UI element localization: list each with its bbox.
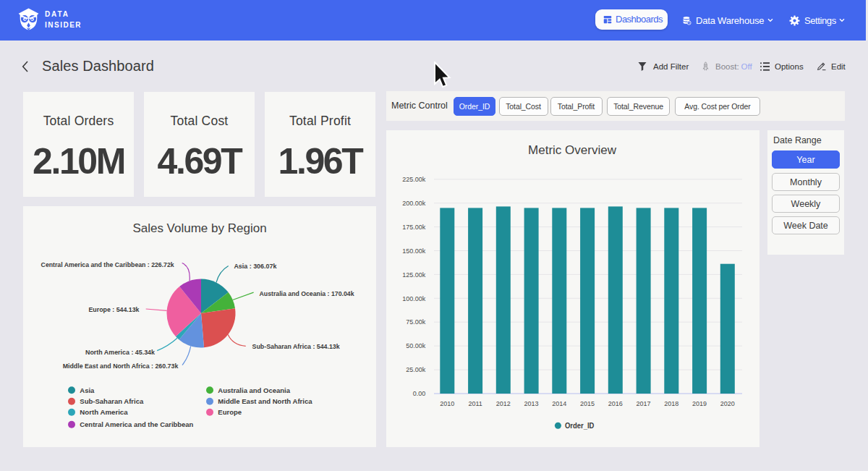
svg-text:50.00k: 50.00k bbox=[406, 342, 426, 349]
svg-text:25.00k: 25.00k bbox=[406, 366, 426, 373]
svg-text:2018: 2018 bbox=[664, 400, 678, 407]
svg-text:Central America and the Caribb: Central America and the Caribbean bbox=[80, 420, 193, 428]
svg-text:Middle East and North Africa: Middle East and North Africa bbox=[218, 397, 312, 405]
svg-text:North America : 45.34k: North America : 45.34k bbox=[85, 348, 156, 356]
svg-text:2013: 2013 bbox=[524, 400, 539, 407]
svg-text:Sub-Saharan Africa : 544.13k: Sub-Saharan Africa : 544.13k bbox=[252, 342, 341, 350]
svg-text:2012: 2012 bbox=[496, 400, 511, 407]
svg-text:2019: 2019 bbox=[692, 400, 707, 407]
svg-text:200.00k: 200.00k bbox=[402, 200, 426, 207]
svg-text:North America: North America bbox=[80, 408, 128, 416]
svg-text:Sub-Saharan Africa: Sub-Saharan Africa bbox=[80, 397, 144, 405]
svg-text:Order_ID: Order_ID bbox=[565, 422, 594, 430]
svg-text:Asia: Asia bbox=[80, 386, 95, 394]
svg-text:150.00k: 150.00k bbox=[402, 247, 426, 255]
svg-text:2020: 2020 bbox=[720, 400, 735, 407]
svg-text:0.00: 0.00 bbox=[413, 390, 426, 397]
svg-text:175.00k: 175.00k bbox=[402, 224, 426, 231]
svg-text:Asia : 306.07k: Asia : 306.07k bbox=[234, 262, 277, 270]
svg-text:2014: 2014 bbox=[552, 400, 566, 407]
svg-text:Middle East and North Africa :: Middle East and North Africa : 260.73k bbox=[63, 362, 179, 370]
svg-text:Australia and Oceania: Australia and Oceania bbox=[218, 386, 290, 394]
svg-text:Europe : 544.13k: Europe : 544.13k bbox=[89, 305, 140, 313]
svg-text:225.00k: 225.00k bbox=[402, 176, 426, 183]
svg-text:Europe: Europe bbox=[218, 408, 242, 416]
svg-text:125.00k: 125.00k bbox=[402, 271, 426, 279]
svg-text:75.00k: 75.00k bbox=[406, 318, 426, 326]
svg-text:2011: 2011 bbox=[468, 400, 482, 407]
svg-text:2010: 2010 bbox=[440, 400, 454, 407]
svg-text:2015: 2015 bbox=[580, 400, 595, 407]
svg-text:Sales Volume by Region: Sales Volume by Region bbox=[132, 221, 266, 235]
svg-text:Australia and Oceania : 170.04: Australia and Oceania : 170.04k bbox=[260, 289, 355, 297]
svg-text:2017: 2017 bbox=[637, 400, 651, 407]
svg-text:100.00k: 100.00k bbox=[402, 295, 426, 302]
svg-text:Metric Overview: Metric Overview bbox=[528, 143, 617, 157]
svg-text:Central America and the Caribb: Central America and the Caribbean : 226.… bbox=[41, 260, 175, 268]
svg-text:2016: 2016 bbox=[608, 400, 623, 407]
